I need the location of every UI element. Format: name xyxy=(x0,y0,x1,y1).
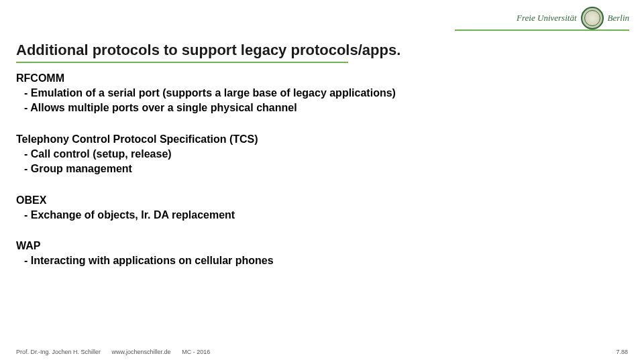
slide-title: Additional protocols to support legacy p… xyxy=(16,42,400,59)
section-obex: OBEX - Exchange of objects, Ir. DA repla… xyxy=(16,194,628,223)
bullet-item: - Emulation of a serial port (supports a… xyxy=(16,86,628,101)
footer-page-number: 7.88 xyxy=(616,349,628,355)
footer-site: www.jochenschiller.de xyxy=(112,349,171,355)
university-logo: Freie Universität Berlin xyxy=(517,7,629,29)
brand-left: Freie Universität xyxy=(517,13,576,23)
section-rfcomm: RFCOMM - Emulation of a serial port (sup… xyxy=(16,72,628,116)
section-heading: WAP xyxy=(16,240,628,252)
section-heading: RFCOMM xyxy=(16,72,628,84)
footer-author: Prof. Dr.-Ing. Jochen H. Schiller xyxy=(16,349,101,355)
section-heading: Telephony Control Protocol Specification… xyxy=(16,133,628,145)
bullet-item: - Interacting with applications on cellu… xyxy=(16,253,628,268)
footer-course: MC - 2016 xyxy=(182,349,210,355)
logo-underline xyxy=(455,29,629,31)
bullet-item: - Group management xyxy=(16,162,628,176)
footer-left: Prof. Dr.-Ing. Jochen H. Schiller www.jo… xyxy=(16,349,219,355)
section-wap: WAP - Interacting with applications on c… xyxy=(16,240,628,268)
bullet-item: - Exchange of objects, Ir. DA replacemen… xyxy=(16,208,628,223)
section-heading: OBEX xyxy=(16,194,628,206)
section-tcs: Telephony Control Protocol Specification… xyxy=(16,133,628,177)
bullet-item: - Allows multiple ports over a single ph… xyxy=(16,101,628,115)
bullet-item: - Call control (setup, release) xyxy=(16,147,628,162)
slide: Freie Universität Berlin Additional prot… xyxy=(0,0,644,362)
slide-content: RFCOMM - Emulation of a serial port (sup… xyxy=(16,72,628,286)
slide-footer: Prof. Dr.-Ing. Jochen H. Schiller www.jo… xyxy=(16,349,628,355)
brand-right: Berlin xyxy=(608,13,630,23)
university-seal-icon xyxy=(581,7,604,29)
title-underline xyxy=(16,62,348,63)
